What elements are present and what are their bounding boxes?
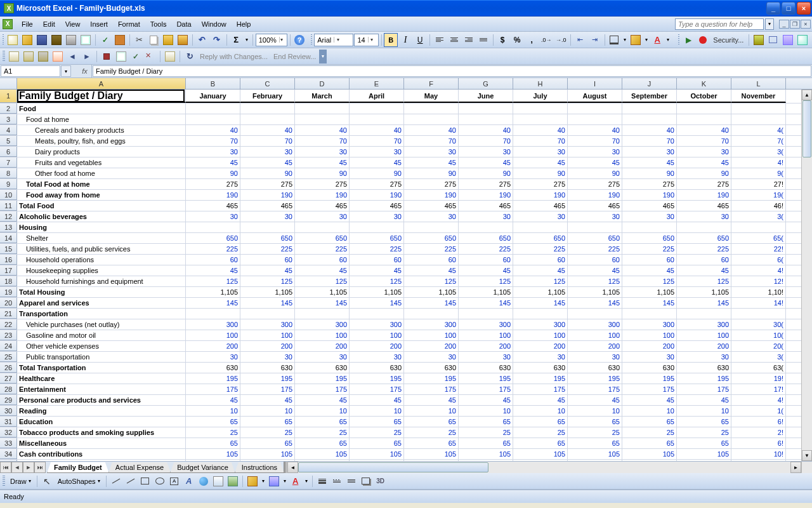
value-cell[interactable]: 190: [240, 190, 295, 200]
row-header[interactable]: 26: [0, 363, 17, 373]
value-cell[interactable]: [295, 104, 350, 114]
value-cell[interactable]: 45: [568, 265, 622, 276]
name-box-dropdown[interactable]: ▾: [61, 65, 71, 77]
value-cell[interactable]: 105: [295, 449, 350, 459]
formula-input[interactable]: Family Budget / Diary: [93, 65, 811, 77]
value-cell[interactable]: 30: [677, 352, 731, 362]
value-cell[interactable]: [622, 222, 677, 232]
value-cell[interactable]: 45: [677, 157, 731, 168]
value-cell[interactable]: 30: [240, 352, 295, 362]
value-cell[interactable]: 20(: [731, 341, 786, 351]
value-cell[interactable]: 1,105: [240, 287, 295, 297]
value-cell[interactable]: 175: [677, 384, 731, 394]
value-cell[interactable]: 200: [622, 341, 677, 351]
value-cell[interactable]: 300: [513, 319, 568, 330]
value-cell[interactable]: 65: [350, 438, 404, 448]
value-cell[interactable]: 65: [186, 417, 240, 427]
line-color-dropdown[interactable]: ▾: [282, 474, 288, 488]
month-header[interactable]: May: [404, 90, 459, 103]
value-cell[interactable]: 1,105: [513, 287, 568, 297]
value-cell[interactable]: 1,105: [622, 287, 677, 297]
value-cell[interactable]: [622, 309, 677, 319]
value-cell[interactable]: 90: [295, 168, 350, 178]
value-cell[interactable]: 65: [404, 438, 459, 448]
value-cell[interactable]: 195: [459, 373, 513, 384]
value-cell[interactable]: 1,105: [568, 287, 622, 297]
menu-insert[interactable]: Insert: [85, 18, 113, 30]
value-cell[interactable]: 300: [186, 319, 240, 330]
toolbar-options[interactable]: ▾: [319, 50, 327, 64]
value-cell[interactable]: 3(: [731, 211, 786, 222]
value-cell[interactable]: 30: [513, 147, 568, 157]
month-header[interactable]: January: [186, 90, 240, 103]
category-label[interactable]: Dairy products: [17, 147, 186, 157]
value-cell[interactable]: 100: [677, 330, 731, 340]
value-cell[interactable]: 40: [404, 125, 459, 135]
value-cell[interactable]: 175: [513, 384, 568, 394]
vertical-scrollbar[interactable]: ▲ ▼: [801, 90, 812, 461]
controls-button[interactable]: [796, 33, 809, 47]
value-cell[interactable]: 25: [513, 427, 568, 438]
toolbar-handle[interactable]: [3, 476, 5, 487]
value-cell[interactable]: 10: [350, 406, 404, 416]
value-cell[interactable]: 10(: [731, 330, 786, 340]
value-cell[interactable]: 2!: [731, 427, 786, 438]
value-cell[interactable]: 195: [240, 373, 295, 384]
category-label[interactable]: Household furnishings and equipment: [17, 276, 186, 286]
value-cell[interactable]: 1,105: [186, 287, 240, 297]
name-box[interactable]: A1: [1, 65, 60, 77]
value-cell[interactable]: 45: [404, 157, 459, 168]
fill-dropdown[interactable]: ▾: [260, 474, 266, 488]
value-cell[interactable]: 45: [186, 395, 240, 405]
value-cell[interactable]: 1,105: [677, 287, 731, 297]
wordart-button[interactable]: A: [182, 474, 196, 488]
vscroll-thumb[interactable]: [802, 100, 811, 157]
column-header[interactable]: I: [568, 78, 622, 89]
row-header[interactable]: 2: [0, 104, 17, 114]
reject-change-button[interactable]: ✕: [143, 50, 157, 64]
value-cell[interactable]: 275: [404, 179, 459, 189]
value-cell[interactable]: [459, 114, 513, 124]
value-cell[interactable]: 10!: [731, 449, 786, 459]
value-cell[interactable]: [677, 309, 731, 319]
value-cell[interactable]: 4(: [731, 125, 786, 135]
column-header[interactable]: E: [350, 78, 404, 89]
value-cell[interactable]: [240, 460, 295, 461]
undo-button[interactable]: ↶: [195, 33, 209, 47]
help-search-input[interactable]: [675, 18, 764, 30]
category-label[interactable]: Other food at home: [17, 168, 186, 178]
line-style-button[interactable]: [315, 474, 329, 488]
row-header[interactable]: 16: [0, 255, 17, 265]
value-cell[interactable]: 30: [622, 147, 677, 157]
value-cell[interactable]: 60: [568, 255, 622, 265]
category-label[interactable]: Housekeeping supplies: [17, 265, 186, 276]
row-header[interactable]: 19: [0, 287, 17, 297]
row-header[interactable]: 13: [0, 222, 17, 232]
title-cell[interactable]: Family Budget / Diary: [17, 90, 186, 103]
value-cell[interactable]: 60: [350, 255, 404, 265]
value-cell[interactable]: 650: [677, 233, 731, 243]
value-cell[interactable]: 60: [513, 255, 568, 265]
value-cell[interactable]: 45: [404, 395, 459, 405]
value-cell[interactable]: [186, 222, 240, 232]
category-label[interactable]: Total Housing: [17, 287, 186, 297]
mdi-minimize-button[interactable]: _: [779, 20, 789, 29]
print-button[interactable]: [64, 33, 78, 47]
align-center-button[interactable]: [447, 33, 461, 47]
month-header[interactable]: April: [350, 90, 404, 103]
value-cell[interactable]: 30: [513, 352, 568, 362]
macro-record-button[interactable]: [696, 33, 710, 47]
redo-button[interactable]: ↷: [210, 33, 224, 47]
value-cell[interactable]: 200: [295, 341, 350, 351]
value-cell[interactable]: 225: [295, 244, 350, 254]
value-cell[interactable]: 1,105: [295, 287, 350, 297]
value-cell[interactable]: 60: [677, 255, 731, 265]
category-label[interactable]: Entertainment: [17, 384, 186, 394]
value-cell[interactable]: 630: [677, 363, 731, 373]
value-cell[interactable]: 100: [186, 330, 240, 340]
value-cell[interactable]: 90: [622, 168, 677, 178]
value-cell[interactable]: 175: [459, 384, 513, 394]
value-cell[interactable]: 125: [186, 276, 240, 286]
category-label[interactable]: Cereals and bakery products: [17, 125, 186, 135]
value-cell[interactable]: [622, 460, 677, 461]
